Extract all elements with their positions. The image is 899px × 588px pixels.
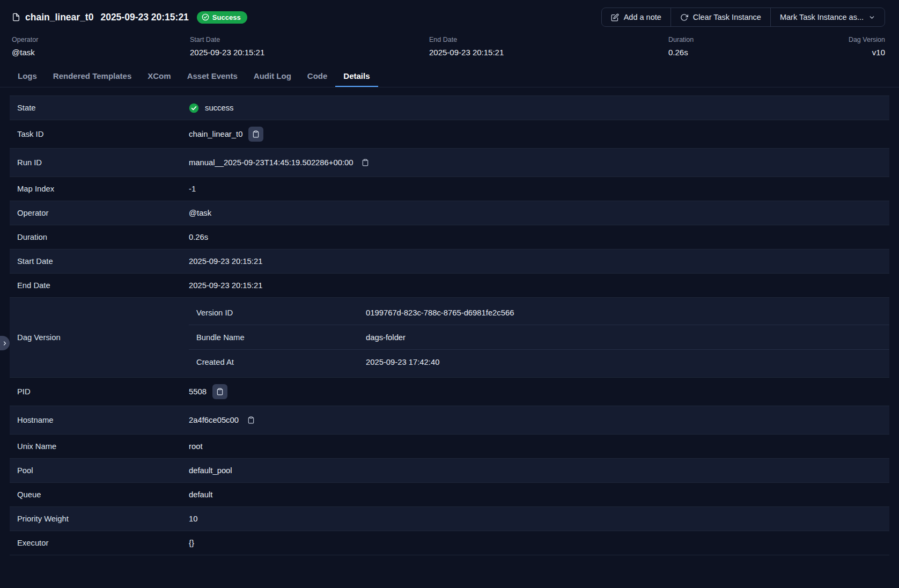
row-value: 2a4f6ce05c00 (189, 414, 257, 427)
copy-button[interactable] (245, 414, 257, 427)
copy-button[interactable] (212, 384, 227, 399)
row-label: Run ID (10, 158, 189, 167)
tab-xcom[interactable]: XCom (139, 64, 179, 87)
tab-audit-log[interactable]: Audit Log (246, 64, 299, 87)
row-label: Queue (10, 490, 189, 499)
add-note-button[interactable]: Add a note (602, 8, 670, 26)
clipboard-icon (252, 130, 260, 138)
meta-operator: Operator @task (12, 36, 190, 57)
chevron-down-icon (868, 14, 875, 21)
tab-logs[interactable]: Logs (10, 64, 45, 87)
meta-label: Operator (12, 36, 190, 43)
row-label: PID (10, 387, 189, 396)
version-id-value: 0199767d-823c-788c-8765-d6981fe2c566 (366, 308, 514, 317)
table-row-unix-name: Unix Name root (10, 435, 889, 459)
row-value: default_pool (189, 466, 232, 475)
row-label: Hostname (10, 416, 189, 424)
row-label: Created At (189, 358, 366, 366)
row-value: 0.26s (189, 233, 208, 241)
priority-weight-value: 10 (189, 514, 197, 523)
table-row-bundle-name: Bundle Name dags-folder (189, 325, 889, 350)
sidebar-expand-toggle[interactable] (0, 336, 10, 350)
mark-task-instance-as-label: Mark Task Instance as... (780, 13, 864, 21)
map-index-value: -1 (189, 185, 196, 193)
meta-value: v10 (849, 48, 885, 57)
row-label: Dag Version (10, 298, 189, 377)
status-badge: Success (197, 11, 247, 24)
run-id-value: manual__2025-09-23T14:45:19.502286+00:00 (189, 158, 353, 167)
table-row-pool: Pool default_pool (10, 459, 889, 483)
unix-name-value: root (189, 442, 203, 451)
meta-label: Dag Version (849, 36, 885, 43)
meta-value: @task (12, 48, 190, 57)
table-row-end-date: End Date 2025-09-23 20:15:21 (10, 274, 889, 298)
success-check-icon (189, 103, 199, 113)
queue-value: default (189, 490, 212, 499)
bundle-name-value: dags-folder (366, 333, 406, 342)
executor-value: {} (189, 539, 194, 547)
check-circle-icon (202, 13, 209, 21)
row-value: -1 (189, 185, 196, 193)
row-value: default (189, 490, 212, 499)
start-date-value: 2025-09-23 20:15:21 (189, 257, 262, 266)
tab-asset-events[interactable]: Asset Events (179, 64, 246, 87)
table-row-dag-version: Dag Version Version ID 0199767d-823c-788… (10, 298, 889, 378)
row-value: manual__2025-09-23T14:45:19.502286+00:00 (189, 156, 372, 169)
row-value: 10 (189, 514, 197, 523)
table-row-task-id: Task ID chain_linear_t0 (10, 120, 889, 149)
row-value: 5508 (189, 384, 227, 399)
tab-bar: Logs Rendered Templates XCom Asset Event… (0, 64, 899, 87)
meta-value: 2025-09-23 20:15:21 (429, 48, 668, 57)
header-meta-row: Operator @task Start Date 2025-09-23 20:… (12, 36, 885, 57)
row-label: Task ID (10, 130, 189, 138)
meta-end-date: End Date 2025-09-23 20:15:21 (429, 36, 668, 57)
table-row-run-id: Run ID manual__2025-09-23T14:45:19.50228… (10, 149, 889, 177)
row-value: 2025-09-23 20:15:21 (189, 281, 262, 290)
row-label: Pool (10, 466, 189, 475)
refresh-icon (680, 13, 688, 21)
dag-version-nested-table: Version ID 0199767d-823c-788c-8765-d6981… (189, 298, 889, 377)
end-date-value: 2025-09-23 20:15:21 (189, 281, 262, 290)
row-value: chain_linear_t0 (189, 127, 263, 142)
header-action-group: Add a note Clear Task Instance Mark Task… (601, 8, 885, 27)
row-label: Bundle Name (189, 333, 366, 342)
row-label: Operator (10, 209, 189, 217)
table-row-queue: Queue default (10, 483, 889, 507)
table-row-state: State success (10, 96, 889, 120)
note-icon (611, 13, 619, 21)
table-row-version-id: Version ID 0199767d-823c-788c-8765-d6981… (189, 300, 889, 325)
tab-code[interactable]: Code (299, 64, 336, 87)
meta-value: 2025-09-23 20:15:21 (190, 48, 429, 57)
row-value: @task (189, 209, 211, 217)
table-row-created-at: Created At 2025-09-23 17:42:40 (189, 350, 889, 374)
meta-label: End Date (429, 36, 668, 43)
meta-start-date: Start Date 2025-09-23 20:15:21 (190, 36, 429, 57)
file-icon (12, 12, 20, 22)
table-row-priority-weight: Priority Weight 10 (10, 507, 889, 531)
row-value: {} (189, 539, 194, 547)
tab-details[interactable]: Details (335, 64, 378, 87)
details-table: State success Task ID chain_linear_t0 Ru… (10, 95, 889, 555)
table-row-executor: Executor {} (10, 531, 889, 555)
table-row-pid: PID 5508 (10, 378, 889, 406)
row-value: success (189, 103, 233, 113)
clear-task-instance-button[interactable]: Clear Task Instance (670, 8, 770, 26)
operator-value: @task (189, 209, 211, 217)
tab-rendered-templates[interactable]: Rendered Templates (45, 64, 139, 87)
mark-task-instance-as-button[interactable]: Mark Task Instance as... (770, 8, 885, 26)
row-label: Start Date (10, 257, 189, 266)
row-label: Executor (10, 539, 189, 547)
copy-button[interactable] (359, 156, 372, 169)
task-id-value: chain_linear_t0 (189, 130, 242, 138)
row-value: 2025-09-23 20:15:21 (189, 257, 262, 266)
chevron-right-icon (2, 340, 8, 347)
table-row-duration: Duration 0.26s (10, 225, 889, 249)
clear-task-instance-label: Clear Task Instance (693, 13, 761, 21)
add-note-label: Add a note (624, 13, 661, 21)
clipboard-icon (247, 416, 255, 424)
duration-value: 0.26s (189, 233, 208, 241)
row-value: root (189, 442, 203, 451)
meta-dag-version: Dag Version v10 (849, 36, 885, 57)
row-label: Priority Weight (10, 514, 189, 523)
copy-button[interactable] (248, 127, 263, 142)
